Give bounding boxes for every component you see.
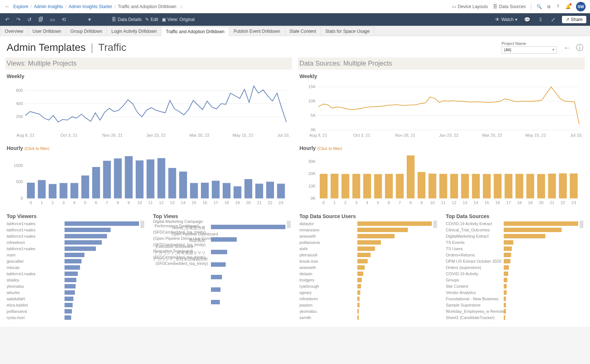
list-item-bar[interactable]: [65, 290, 75, 295]
scrollbar[interactable]: [140, 221, 144, 228]
list-item-bar[interactable]: [211, 287, 221, 292]
top-views-chart[interactable]: Digital Marketing Campaign Performance D…: [153, 221, 291, 308]
list-item-bar[interactable]: [504, 303, 506, 307]
list-item-bar[interactable]: [65, 259, 82, 263]
download-icon[interactable]: ⇩: [537, 16, 544, 23]
list-item-bar[interactable]: [357, 265, 365, 270]
guide-icon[interactable]: ✶: [86, 16, 93, 23]
tab-stats-for-space-usage[interactable]: Stats for Space Usage: [320, 27, 374, 36]
list-item-bar[interactable]: [65, 234, 107, 238]
list-item-bar[interactable]: [357, 259, 368, 263]
favorite-star-icon[interactable]: ☆: [179, 4, 184, 10]
project-name-select[interactable]: (All): [502, 46, 557, 54]
list-item-bar[interactable]: [65, 265, 80, 270]
watch-button[interactable]: 👁Watch ▾: [495, 17, 517, 22]
notifications-icon[interactable]: 🔔: [565, 4, 571, 9]
top-ds-chart[interactable]: COVID-19 Activity ExtractClinical_Trial_…: [446, 221, 583, 321]
list-item-bar[interactable]: [504, 290, 507, 295]
revert-icon[interactable]: ↺: [26, 16, 33, 23]
list-item-bar[interactable]: [65, 278, 76, 282]
list-item-bar[interactable]: [504, 278, 507, 282]
top-viewers-chart[interactable]: tabforce1+salestabforce1+salestabforce1+…: [7, 221, 144, 321]
search-icon[interactable]: 🔍: [537, 4, 542, 9]
list-item-bar[interactable]: [65, 246, 96, 251]
list-item-bar[interactable]: [357, 297, 360, 301]
autorefresh-icon[interactable]: ⟲: [60, 16, 67, 23]
list-item-bar[interactable]: [504, 272, 508, 276]
list-item-bar[interactable]: [504, 240, 513, 245]
user-avatar[interactable]: SW: [576, 2, 586, 11]
list-item-bar[interactable]: [65, 303, 73, 307]
list-item-bar[interactable]: [357, 272, 363, 276]
list-item-bar[interactable]: [65, 253, 85, 257]
edit-button[interactable]: ✎Edit: [145, 17, 158, 22]
list-item-bar[interactable]: [357, 253, 371, 257]
list-item-bar[interactable]: [357, 303, 360, 307]
list-item-bar[interactable]: [65, 228, 111, 232]
list-item-bar[interactable]: [504, 246, 512, 251]
list-item-bar[interactable]: [211, 237, 237, 242]
list-item-bar[interactable]: [65, 240, 102, 245]
list-item-bar[interactable]: [504, 253, 511, 257]
ds-weekly-chart[interactable]: 0K5K10K15KAug 8, 21Oct 3, 21Nov 28, 21Ja…: [299, 81, 583, 139]
new-icon[interactable]: ⧉: [547, 4, 551, 9]
data-sources-button[interactable]: 🗄 Data Sources: [493, 4, 526, 9]
breadcrumb-explore[interactable]: Explore: [13, 4, 28, 9]
list-item-bar[interactable]: [211, 250, 228, 254]
list-item-bar[interactable]: [211, 300, 220, 304]
list-item-bar[interactable]: [357, 234, 395, 238]
undo-icon[interactable]: ↶: [4, 16, 11, 23]
tab-login-activity-drilldown[interactable]: Login Activity Drilldown: [107, 27, 162, 36]
help-icon[interactable]: ？: [556, 3, 560, 10]
scrollbar[interactable]: [433, 221, 437, 228]
list-item-bar[interactable]: [65, 297, 73, 301]
scrollbar[interactable]: [287, 221, 291, 228]
views-hourly-chart[interactable]: 0500100001234567891011121314151617181920…: [7, 153, 291, 207]
metrics-icon[interactable]: 💬: [523, 16, 532, 23]
tab-overview[interactable]: Overview: [0, 27, 28, 36]
list-item-bar[interactable]: [504, 259, 510, 263]
tab-user-drilldown[interactable]: User Drilldown: [28, 27, 66, 36]
list-item-bar[interactable]: [65, 272, 78, 276]
breadcrumb-admin-insights[interactable]: Admin Insights: [34, 4, 63, 9]
fullscreen-icon[interactable]: ⤢: [549, 16, 557, 23]
tab-publish-event-drilldown[interactable]: Publish Event Drilldown: [229, 27, 285, 36]
list-item-bar[interactable]: [504, 309, 506, 314]
list-item-bar[interactable]: [357, 240, 381, 245]
back-icon[interactable]: ←: [4, 3, 10, 10]
list-item-bar[interactable]: [357, 228, 408, 232]
list-item-bar[interactable]: [65, 315, 71, 320]
list-item-bar[interactable]: [504, 234, 545, 238]
list-item-bar[interactable]: [211, 262, 226, 267]
pause-icon[interactable]: ▭: [49, 16, 56, 23]
top-ds-users-chart[interactable]: dataylormmanzanoanessethpvillanuevasishi…: [299, 221, 437, 321]
refresh-data-icon[interactable]: 🗐: [37, 16, 45, 23]
tab-traffic-and-adoption-drilldown[interactable]: Traffic and Adoption Drilldown: [161, 27, 229, 36]
list-item-bar[interactable]: [357, 309, 359, 314]
list-item-bar[interactable]: [504, 315, 505, 320]
list-item-bar[interactable]: [357, 315, 359, 320]
views-weekly-chart[interactable]: 200400600Aug 8, 21Oct 3, 21Nov 28, 21Jan…: [7, 81, 291, 139]
info-icon[interactable]: ⓘ: [576, 43, 583, 53]
scrollbar[interactable]: [580, 221, 583, 228]
view-selector[interactable]: ▣View: Original: [162, 17, 195, 22]
list-item-bar[interactable]: [65, 221, 139, 226]
list-item-bar[interactable]: [211, 225, 285, 229]
device-layouts-button[interactable]: ▭ Device Layouts: [452, 4, 488, 9]
list-item-bar[interactable]: [357, 284, 361, 288]
list-item-bar[interactable]: [65, 309, 72, 314]
tab-group-drilldown[interactable]: Group Drilldown: [66, 27, 107, 36]
tab-stale-content[interactable]: Stale Content: [285, 27, 321, 36]
redo-icon[interactable]: ↷: [15, 16, 22, 23]
undo-filter-icon[interactable]: ←: [563, 43, 571, 52]
list-item-bar[interactable]: [357, 221, 432, 226]
list-item-bar[interactable]: [357, 290, 360, 295]
list-item-bar[interactable]: [357, 278, 362, 282]
ds-hourly-chart[interactable]: 0K10K20K30K01234567891011121314151617181…: [299, 153, 583, 207]
breadcrumb-starter[interactable]: Admin Insights Starter: [69, 4, 112, 9]
list-item-bar[interactable]: [504, 284, 507, 288]
data-details-button[interactable]: 🗄Data Details: [112, 17, 142, 22]
list-item-bar[interactable]: [211, 275, 222, 279]
list-item-bar[interactable]: [504, 221, 578, 226]
list-item-bar[interactable]: [504, 297, 506, 301]
